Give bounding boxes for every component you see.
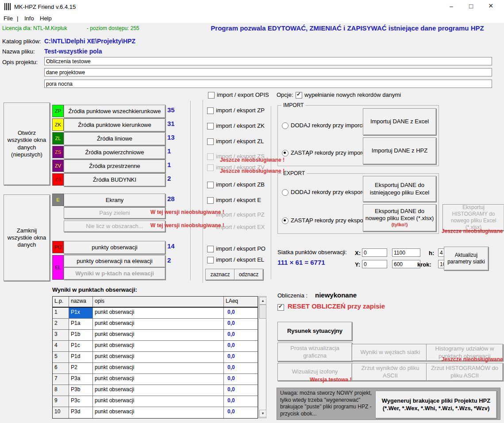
export-replace-radio[interactable] [282, 217, 289, 224]
zl-sources-button[interactable]: Źródła liniowe [64, 132, 165, 145]
grid-y-label: Y: [355, 261, 360, 268]
io-zl-checkbox[interactable] [207, 138, 214, 145]
scroll-down-icon[interactable]: ▼ [259, 410, 266, 417]
scrollbar-thumb[interactable] [259, 305, 266, 319]
cell-lp: 1 [53, 308, 69, 319]
minimize-icon[interactable]: – [450, 3, 453, 10]
table-row[interactable]: 1 P1x punkt obserwacji 0,0 [53, 308, 258, 319]
maximize-icon[interactable]: □ [469, 2, 473, 10]
table-row[interactable]: 7 P3a punkt obserwacji 0,0 [53, 374, 258, 385]
io-po-checkbox[interactable] [207, 246, 214, 252]
io-zp-label: import / eksport ZP [216, 107, 265, 114]
cell-lp: 6 [53, 363, 69, 374]
grid-y-min-field[interactable] [362, 260, 387, 268]
deselect-all-button[interactable]: odznacz [234, 269, 263, 280]
license-holder: Licencja dla: NTL-M.Kirpluk [2, 25, 67, 31]
reset-calculations-checkbox[interactable] [277, 304, 284, 311]
filename-label: Nazwa pliku: [2, 48, 35, 55]
menu-info[interactable]: Info [24, 15, 34, 22]
zk-sources-button[interactable]: Źródła punktowe kierunkowe [64, 118, 165, 132]
zs-sources-button[interactable]: Źródła powierzchniowe [64, 146, 165, 159]
cell-name[interactable]: P3b [69, 385, 93, 396]
open-all-windows-button[interactable]: Otwórz wszystkie okna danych (niepustych… [4, 103, 50, 185]
table-row[interactable]: 4 P1c punkt obserwacji 0,0 [53, 341, 258, 352]
cell-name[interactable]: P1x [69, 308, 93, 319]
cell-laeq: 0,0 [224, 374, 258, 385]
observation-points-button[interactable]: punkty obserwacji [64, 241, 165, 254]
table-row[interactable]: 10 P3d punkt obserwacji 0,0 [53, 407, 258, 418]
table-row[interactable]: 8 P3b punkt obserwacji 0,0 [53, 385, 258, 396]
generate-missing-files-button[interactable]: Wygeneruj brakujące pliki Projektu HPZ (… [375, 391, 497, 419]
update-grid-button[interactable]: Aktualizuj parametry siatki [444, 247, 489, 271]
io-opis-checkbox[interactable] [208, 92, 215, 99]
export-existing-excel-button[interactable]: Eksportuj DANE do istniejącego pliku Exc… [363, 176, 436, 202]
export-replace-label: ZASTĄP rekordy przy eksporcie [291, 217, 373, 224]
menu-help[interactable]: Help [40, 15, 52, 22]
col-header-desc: opis [93, 297, 224, 307]
calculations-status: niewykonane [315, 291, 357, 299]
cell-desc: punkt obserwacji [93, 374, 224, 385]
menu-file[interactable]: File [4, 15, 13, 22]
io-po-label: import / eksport PO [216, 245, 265, 252]
cell-name[interactable]: P1b [69, 330, 93, 341]
export-add-radio[interactable] [282, 189, 289, 196]
cell-name[interactable]: P3a [69, 374, 93, 385]
observation-points-count: 14 [167, 242, 175, 250]
cell-name[interactable]: P2 [69, 363, 93, 374]
table-row[interactable]: 3 P1b punkt obserwacji 0,0 [53, 330, 258, 341]
io-e-checkbox[interactable] [207, 197, 214, 204]
license-access-level: - poziom dostępu: 255 [87, 25, 139, 31]
cell-name[interactable]: P3c [69, 396, 93, 407]
project-desc-field-3[interactable] [44, 80, 492, 88]
el-tag: EL [52, 255, 64, 280]
io-el-checkbox[interactable] [207, 257, 214, 263]
grid-label: Siatka punktów obserwacji: [277, 249, 347, 255]
simple-visualization-button: Prosta wizualizacja graficzna [277, 343, 352, 362]
close-icon[interactable]: × [489, 1, 493, 11]
zv-sources-button[interactable]: Źródła przestrzenne [64, 160, 165, 173]
fill-new-records-checkbox[interactable] [296, 92, 302, 99]
isophones-warning: Wersja testowa ! [310, 377, 351, 383]
project-desc-field-2[interactable] [44, 68, 492, 76]
cell-name[interactable]: P1d [69, 352, 93, 363]
table-scrollbar[interactable]: ▲ ▼ [258, 296, 266, 418]
close-all-windows-button[interactable]: Zamknij wszystkie okna danych [4, 194, 50, 281]
table-row[interactable]: 9 P3c punkt obserwacji 0,0 [53, 396, 258, 407]
table-row[interactable]: 2 P1a punkt obserwacji 0,0 [53, 319, 258, 330]
grid-dimensions: 111 × 61 = 6771 [277, 259, 325, 266]
elevation-results-button: Wyniki w p-ktach na elewacji [64, 267, 165, 280]
col-header-laeq: LAeq [224, 297, 258, 307]
io-zb-checkbox[interactable] [207, 182, 214, 188]
cell-name[interactable]: P1a [69, 319, 93, 330]
situational-drawing-button[interactable]: Rysunek sytuacyjny [277, 322, 352, 341]
cell-desc: punkt obserwacji [93, 330, 224, 341]
grid-y-max-field[interactable] [392, 260, 420, 268]
select-all-button[interactable]: zaznacz [205, 269, 235, 280]
import-add-radio[interactable] [282, 122, 289, 129]
import-hpz-button[interactable]: Importuj DANE z HPZ [363, 137, 436, 164]
zp-sources-button[interactable]: Źródła punktowe wszechkierunkowe [64, 105, 165, 118]
grid-x-max-field[interactable] [392, 248, 420, 257]
import-excel-button[interactable]: Importuj DANE z Excel [363, 108, 436, 135]
table-row[interactable]: 5 P1d punkt obserwacji 0,0 [53, 352, 258, 363]
footer-note: Uwaga: można stworzy NOWY projekt, tylko… [280, 390, 375, 417]
elevation-points-button[interactable]: punkty obserwacji na elewacji [64, 255, 165, 267]
io-zb-label: import / eksport ZB [216, 181, 265, 188]
options-label: Opcje: [277, 91, 293, 98]
zp-tag: ZP [52, 105, 64, 117]
cell-lp: 5 [53, 352, 69, 363]
zl-tag: ZL [52, 132, 64, 145]
grid-x-min-field[interactable] [362, 248, 387, 257]
io-zp-checkbox[interactable] [207, 107, 214, 114]
export-new-excel-button[interactable]: Eksportuj DANE do nowego pliku Excel (*.… [363, 204, 436, 232]
scroll-up-icon[interactable]: ▲ [259, 297, 266, 305]
screens-button[interactable]: Ekrany [64, 194, 165, 207]
cell-name[interactable]: P3d [69, 407, 93, 418]
zb-sources-button[interactable]: Źródła BUDYNKI [64, 173, 165, 187]
import-replace-radio[interactable] [282, 150, 289, 156]
project-desc-field-1[interactable] [44, 57, 492, 65]
cell-name[interactable]: P1c [69, 341, 93, 352]
table-row[interactable]: 6 P2 punkt obserwacji 0,0 [53, 363, 258, 374]
cell-laeq: 0,0 [224, 319, 258, 330]
io-zk-checkbox[interactable] [207, 123, 214, 130]
